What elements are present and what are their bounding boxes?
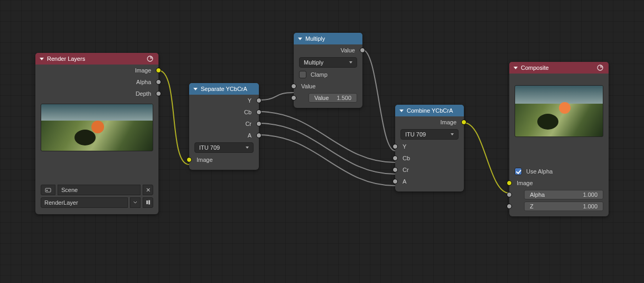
socket-label: Y bbox=[248, 97, 251, 104]
value2-field[interactable]: Value 1.500 bbox=[309, 93, 357, 103]
operation-dropdown[interactable]: Multiply bbox=[299, 57, 357, 68]
collapse-icon[interactable] bbox=[514, 67, 518, 69]
svg-rect-4 bbox=[148, 200, 150, 205]
separate-ycbcra-node[interactable]: Separate YCbCrA Y Cb Cr A ITU 709 Image bbox=[189, 83, 259, 170]
input-image-socket[interactable]: Image bbox=[189, 154, 259, 166]
output-image-socket[interactable]: Image bbox=[35, 65, 158, 76]
socket-label: Value bbox=[341, 47, 355, 53]
socket-dot[interactable] bbox=[156, 68, 161, 73]
socket-dot[interactable] bbox=[186, 157, 192, 162]
clamp-checkbox-row[interactable]: Clamp bbox=[294, 69, 362, 80]
multiply-node[interactable]: Multiply Value Multiply Clamp Value Valu… bbox=[294, 33, 362, 108]
socket-label: Image bbox=[197, 157, 213, 163]
alpha-field[interactable]: Alpha 1.000 bbox=[524, 190, 603, 199]
alpha-label: Alpha bbox=[530, 191, 545, 198]
mode-dropdown[interactable]: ITU 709 bbox=[400, 129, 459, 140]
output-image-socket[interactable]: Image bbox=[395, 116, 464, 128]
mode-label: ITU 709 bbox=[405, 131, 426, 138]
socket-dot[interactable] bbox=[156, 79, 161, 85]
layer-name[interactable]: RenderLayer bbox=[41, 197, 128, 208]
node-title: Composite bbox=[521, 65, 549, 71]
socket-dot[interactable] bbox=[393, 144, 398, 149]
node-header[interactable]: Composite bbox=[509, 62, 609, 74]
socket-dot[interactable] bbox=[507, 204, 512, 209]
node-header[interactable]: Separate YCbCrA bbox=[189, 83, 259, 95]
combine-ycbcra-node[interactable]: Combine YCbCrA Image ITU 709 Y Cb Cr A bbox=[395, 105, 464, 191]
socket-dot[interactable] bbox=[360, 48, 365, 53]
collapse-icon[interactable] bbox=[298, 38, 302, 40]
socket-dot[interactable] bbox=[291, 84, 296, 89]
output-cr-socket[interactable]: Cr bbox=[189, 118, 259, 130]
output-alpha-socket[interactable]: Alpha bbox=[35, 76, 158, 88]
node-title: Render Layers bbox=[47, 56, 85, 62]
socket-dot[interactable] bbox=[291, 95, 296, 101]
node-header[interactable]: Combine YCbCrA bbox=[395, 105, 464, 116]
output-a-socket[interactable]: A bbox=[189, 130, 259, 141]
material-icon[interactable] bbox=[596, 63, 604, 72]
svg-rect-1 bbox=[45, 188, 51, 192]
pin-icon[interactable] bbox=[143, 197, 153, 208]
node-header[interactable]: Multiply bbox=[294, 33, 362, 44]
scene-name[interactable]: Scene bbox=[58, 185, 141, 195]
composite-node[interactable]: Composite Use Alpha Image Alpha 1.000 bbox=[509, 62, 609, 216]
render-layers-node[interactable]: Render Layers Image Alpha Depth Scene bbox=[35, 53, 158, 214]
node-header[interactable]: Render Layers bbox=[35, 53, 158, 65]
output-cb-socket[interactable]: Cb bbox=[189, 106, 259, 118]
material-icon[interactable] bbox=[146, 54, 154, 63]
chevron-down-icon[interactable] bbox=[130, 197, 141, 208]
socket-dot[interactable] bbox=[393, 179, 398, 184]
socket-dot[interactable] bbox=[507, 192, 512, 197]
input-z-socket[interactable]: Z 1.000 bbox=[509, 200, 609, 212]
use-alpha-row[interactable]: Use Alpha bbox=[509, 166, 609, 177]
input-cb-socket[interactable]: Cb bbox=[395, 152, 464, 164]
output-value-socket[interactable]: Value bbox=[294, 44, 362, 56]
composite-preview-thumbnail bbox=[515, 85, 603, 137]
mode-label: ITU 709 bbox=[199, 144, 220, 151]
input-alpha-socket[interactable]: Alpha 1.000 bbox=[509, 189, 609, 200]
input-a-socket[interactable]: A bbox=[395, 176, 464, 187]
alpha-number: 1.000 bbox=[583, 191, 598, 198]
collapse-icon[interactable] bbox=[399, 109, 404, 112]
socket-label: Cr bbox=[403, 167, 409, 173]
node-title: Separate YCbCrA bbox=[201, 86, 247, 92]
output-y-socket[interactable]: Y bbox=[189, 95, 259, 106]
clear-scene-icon[interactable]: ✕ bbox=[143, 185, 153, 195]
value2-label: Value bbox=[314, 95, 329, 101]
socket-label: Depth bbox=[136, 90, 151, 97]
collapse-icon[interactable] bbox=[193, 88, 198, 90]
render-preview-thumbnail bbox=[41, 104, 153, 151]
input-cr-socket[interactable]: Cr bbox=[395, 164, 464, 176]
clamp-label: Clamp bbox=[311, 71, 328, 78]
socket-label: Y bbox=[403, 143, 406, 150]
socket-dot[interactable] bbox=[393, 156, 398, 161]
input-y-socket[interactable]: Y bbox=[395, 141, 464, 152]
socket-dot[interactable] bbox=[393, 167, 398, 172]
socket-label: Image bbox=[517, 180, 533, 186]
input-image-socket[interactable]: Image bbox=[509, 177, 609, 189]
socket-label: Alpha bbox=[136, 79, 151, 85]
clamp-checkbox[interactable] bbox=[299, 71, 306, 78]
input-value2-socket[interactable]: Value 1.500 bbox=[294, 92, 362, 104]
socket-dot[interactable] bbox=[507, 180, 512, 186]
render-layer-selector[interactable]: RenderLayer bbox=[35, 197, 158, 210]
output-depth-socket[interactable]: Depth bbox=[35, 88, 158, 99]
node-title: Multiply bbox=[305, 35, 325, 42]
socket-dot[interactable] bbox=[256, 121, 262, 126]
scene-selector[interactable]: Scene ✕ bbox=[35, 182, 158, 197]
socket-label: Image bbox=[135, 67, 151, 74]
z-field[interactable]: Z 1.000 bbox=[524, 202, 603, 211]
scene-icon[interactable] bbox=[41, 185, 55, 195]
socket-dot[interactable] bbox=[461, 120, 466, 125]
collapse-icon[interactable] bbox=[40, 58, 44, 60]
chevron-down-icon bbox=[451, 133, 454, 135]
socket-dot[interactable] bbox=[256, 109, 262, 115]
z-label: Z bbox=[530, 203, 534, 209]
mode-dropdown[interactable]: ITU 709 bbox=[194, 142, 254, 153]
input-value-socket[interactable]: Value bbox=[294, 80, 362, 92]
socket-dot[interactable] bbox=[156, 91, 161, 96]
use-alpha-checkbox[interactable] bbox=[515, 168, 522, 175]
chevron-down-icon bbox=[246, 147, 249, 149]
socket-label: Image bbox=[440, 119, 456, 125]
socket-dot[interactable] bbox=[256, 98, 262, 103]
socket-dot[interactable] bbox=[256, 133, 262, 138]
